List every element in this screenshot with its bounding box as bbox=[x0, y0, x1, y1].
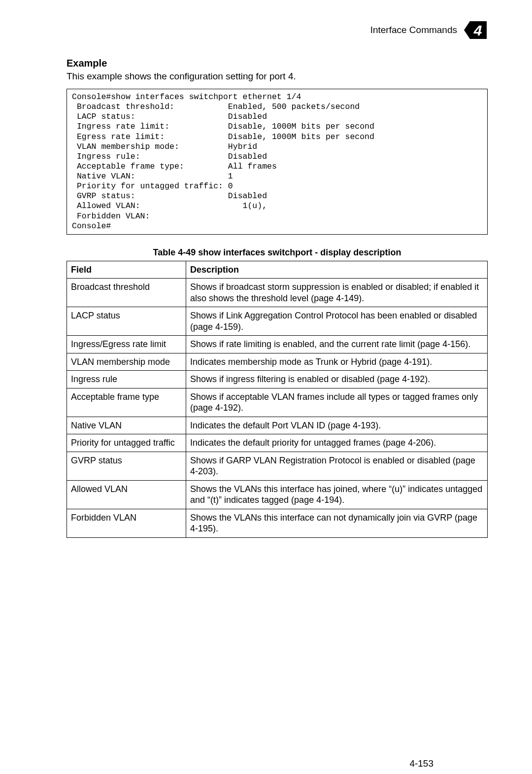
page-number: 4-153 bbox=[409, 758, 433, 769]
table-cell-description: Indicates membership mode as Trunk or Hy… bbox=[186, 353, 488, 371]
table-row: Forbidden VLAN Shows the VLANs this inte… bbox=[67, 509, 488, 537]
section-intro: This example shows the configuration set… bbox=[66, 71, 488, 82]
table-row: Acceptable frame type Shows if acceptabl… bbox=[67, 388, 488, 417]
table-cell-field: Broadcast threshold bbox=[67, 279, 186, 307]
table-row: VLAN membership mode Indicates membershi… bbox=[67, 353, 488, 371]
table-row: Native VLAN Indicates the default Port V… bbox=[67, 417, 488, 434]
table-cell-field: Forbidden VLAN bbox=[67, 509, 186, 537]
table-row: LACP status Shows if Link Aggregation Co… bbox=[67, 307, 488, 336]
table-cell-field: VLAN membership mode bbox=[67, 353, 186, 371]
svg-text:4: 4 bbox=[473, 22, 482, 38]
table-cell-field: Ingress/Egress rate limit bbox=[67, 336, 186, 353]
section-heading: Example bbox=[66, 58, 488, 69]
table-cell-field: Priority for untagged traffic bbox=[67, 434, 186, 452]
table-cell-description: Shows if Link Aggregation Control Protoc… bbox=[186, 307, 488, 336]
table-cell-field: Allowed VLAN bbox=[67, 480, 186, 509]
table-cell-description: Shows if ingress filtering is enabled or… bbox=[186, 371, 488, 388]
table-row: Ingress/Egress rate limit Shows if rate … bbox=[67, 336, 488, 353]
header-title: Interface Commands bbox=[370, 25, 457, 35]
table-cell-description: Shows if GARP VLAN Registration Protocol… bbox=[186, 452, 488, 480]
chapter-number-icon: 4 bbox=[463, 20, 488, 40]
table-row: GVRP status Shows if GARP VLAN Registrat… bbox=[67, 452, 488, 480]
table-caption: Table 4-49 show interfaces switchport - … bbox=[66, 247, 488, 258]
table-cell-field: GVRP status bbox=[67, 452, 186, 480]
table-cell-field: Acceptable frame type bbox=[67, 388, 186, 417]
table-header-field: Field bbox=[67, 261, 186, 279]
console-output: Console#show interfaces switchport ether… bbox=[66, 89, 488, 235]
table-cell-description: Shows if rate limiting is enabled, and t… bbox=[186, 336, 488, 353]
table-cell-description: Indicates the default priority for untag… bbox=[186, 434, 488, 452]
table-row: Broadcast threshold Shows if broadcast s… bbox=[67, 279, 488, 307]
table-cell-field: Ingress rule bbox=[67, 371, 186, 388]
table-cell-description: Shows the VLANs this interface has joine… bbox=[186, 480, 488, 509]
table-cell-description: Shows if broadcast storm suppression is … bbox=[186, 279, 488, 307]
description-table: Field Description Broadcast threshold Sh… bbox=[66, 261, 488, 538]
table-cell-description: Shows if acceptable VLAN frames include … bbox=[186, 388, 488, 417]
table-row: Ingress rule Shows if ingress filtering … bbox=[67, 371, 488, 388]
table-cell-field: LACP status bbox=[67, 307, 186, 336]
table-cell-description: Indicates the default Port VLAN ID (page… bbox=[186, 417, 488, 434]
table-cell-field: Native VLAN bbox=[67, 417, 186, 434]
table-row: Priority for untagged traffic Indicates … bbox=[67, 434, 488, 452]
table-cell-description: Shows the VLANs this interface can not d… bbox=[186, 509, 488, 537]
table-header-row: Field Description bbox=[67, 261, 488, 279]
page-header: Interface Commands 4 bbox=[66, 20, 488, 40]
table-header-description: Description bbox=[186, 261, 488, 279]
table-row: Allowed VLAN Shows the VLANs this interf… bbox=[67, 480, 488, 509]
